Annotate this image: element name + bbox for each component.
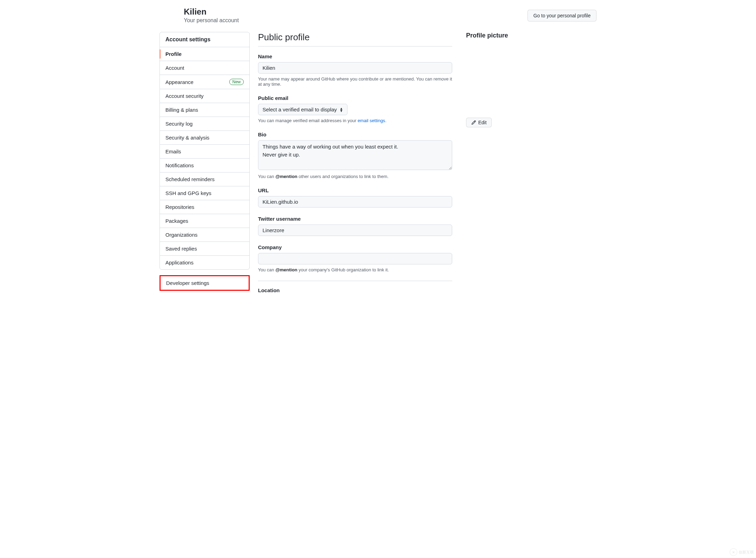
sidebar-item-scheduled-reminders[interactable]: Scheduled reminders [160, 172, 249, 186]
sidebar-item-packages[interactable]: Packages [160, 214, 249, 228]
location-label: Location [258, 287, 452, 293]
sidebar: Account settings Profile Account Appeara… [160, 32, 250, 296]
title-divider [258, 46, 452, 46]
new-badge: New [229, 79, 244, 85]
menu-header-account-settings: Account settings [160, 32, 249, 47]
goto-profile-button[interactable]: Go to your personal profile [527, 10, 596, 22]
sidebar-item-account-security[interactable]: Account security [160, 89, 249, 103]
page-header: Kilien Your personal account Go to your … [160, 7, 596, 24]
name-label: Name [258, 53, 452, 59]
twitter-label: Twitter username [258, 216, 452, 222]
edit-picture-label: Edit [478, 120, 487, 125]
sidebar-item-organizations[interactable]: Organizations [160, 228, 249, 242]
sidebar-item-applications[interactable]: Applications [160, 256, 249, 269]
sidebar-item-repositories[interactable]: Repositories [160, 200, 249, 214]
bio-helper: You can @mention other users and organiz… [258, 174, 452, 179]
profile-form: Public profile Name Your name may appear… [258, 32, 452, 296]
email-settings-link[interactable]: email settings [358, 118, 385, 123]
profile-picture-title: Profile picture [466, 32, 508, 39]
select-arrows-icon: ▲▼ [340, 107, 343, 112]
public-email-select[interactable]: Select a verified email to display ▲▼ [258, 104, 347, 115]
account-settings-menu: Account settings Profile Account Appeara… [160, 32, 250, 270]
header-username: Kilien [184, 7, 239, 17]
name-helper: Your name may appear around GitHub where… [258, 76, 452, 87]
pencil-icon [471, 120, 476, 125]
header-subtitle: Your personal account [184, 17, 239, 24]
company-helper: You can @mention your company's GitHub o… [258, 267, 452, 272]
public-email-helper: You can manage verified email addresses … [258, 118, 452, 123]
public-email-label: Public email [258, 95, 452, 101]
bio-textarea[interactable]: Things have a way of working out when yo… [258, 140, 452, 170]
company-input[interactable] [258, 253, 452, 264]
sidebar-item-saved-replies[interactable]: Saved replies [160, 242, 249, 256]
edit-picture-button[interactable]: Edit [466, 118, 492, 127]
public-email-selected: Select a verified email to display [263, 107, 337, 112]
sidebar-item-profile[interactable]: Profile [160, 47, 249, 61]
bio-label: Bio [258, 132, 452, 137]
sidebar-item-notifications[interactable]: Notifications [160, 159, 249, 172]
sidebar-item-billing[interactable]: Billing & plans [160, 103, 249, 117]
developer-settings-menu: Developer settings [160, 275, 250, 291]
sidebar-item-security-log[interactable]: Security log [160, 117, 249, 131]
company-label: Company [258, 244, 452, 250]
name-input[interactable] [258, 62, 452, 74]
url-input[interactable] [258, 196, 452, 208]
sidebar-item-appearance[interactable]: Appearance New [160, 75, 249, 89]
page-title: Public profile [258, 32, 452, 43]
section-divider [258, 281, 452, 281]
twitter-input[interactable] [258, 225, 452, 236]
sidebar-item-security-analysis[interactable]: Security & analysis [160, 131, 249, 145]
url-label: URL [258, 187, 452, 193]
sidebar-item-developer-settings[interactable]: Developer settings [161, 276, 249, 290]
sidebar-item-emails[interactable]: Emails [160, 145, 249, 159]
sidebar-item-account[interactable]: Account [160, 61, 249, 75]
sidebar-item-ssh-gpg[interactable]: SSH and GPG keys [160, 186, 249, 200]
